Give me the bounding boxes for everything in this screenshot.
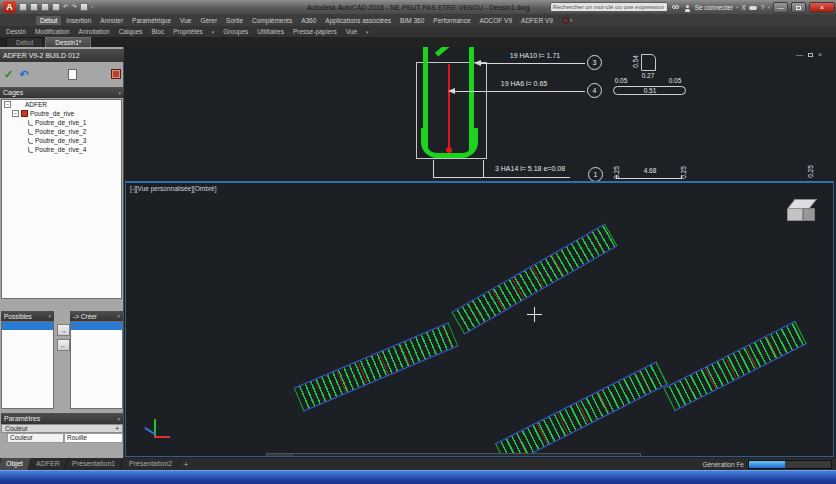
help-dropdown-icon[interactable]: ▾: [767, 4, 770, 10]
ribbon-tab-complements[interactable]: Compléments: [248, 16, 296, 25]
undo-icon[interactable]: ↶: [63, 3, 68, 11]
new-icon[interactable]: [19, 3, 27, 11]
layout-tab-adfer[interactable]: ADFER: [28, 458, 68, 470]
creer-list[interactable]: [70, 321, 123, 409]
bar-mark-bubble[interactable]: 3: [587, 55, 602, 70]
possibles-chevron-icon[interactable]: ▾: [48, 313, 51, 319]
creer-selected-row[interactable]: [71, 322, 122, 330]
windows-taskbar[interactable]: [0, 470, 836, 484]
model-space[interactable]: 19 HA10 l= 1.71 3 19 HA6 l= 0.65 4 0.54 …: [124, 47, 836, 458]
detail-close-icon[interactable]: ×: [818, 51, 822, 58]
panel-dessin[interactable]: Dessin: [6, 28, 26, 35]
detail-restore-icon[interactable]: [808, 53, 813, 57]
ribbon-tab-debut[interactable]: Début: [36, 16, 61, 25]
help-icon[interactable]: ?: [761, 4, 765, 11]
validate-check-icon[interactable]: ✓: [4, 68, 13, 81]
qat-dropdown-icon[interactable]: ▾: [91, 4, 94, 10]
add-layout-button[interactable]: +: [179, 461, 193, 468]
rebar-cage-3d[interactable]: [495, 361, 668, 457]
detail-minimize-icon[interactable]: —: [796, 51, 803, 58]
undo-arrow-icon[interactable]: ↶: [19, 68, 28, 81]
ribbon-tab-applications-associees[interactable]: Applications associées: [321, 16, 395, 25]
cages-chevron-icon[interactable]: ▾: [118, 90, 121, 96]
panel-modification[interactable]: Modification: [35, 28, 70, 35]
panel-calques[interactable]: Calques: [119, 28, 143, 35]
transfer-left-button[interactable]: ←: [57, 339, 70, 351]
sign-in-button[interactable]: Se connecter: [695, 4, 733, 11]
ribbon-tab-adfer[interactable]: ADFER V9: [517, 16, 557, 25]
bar-mark-bubble[interactable]: 4: [587, 83, 602, 98]
layout-tab-presentation2[interactable]: Présentation2: [121, 458, 180, 470]
bar-mark-bubble[interactable]: 1: [588, 167, 603, 182]
possibles-header[interactable]: Possibles ▾: [1, 311, 54, 321]
panel-proprietes[interactable]: Propriétés: [173, 28, 203, 35]
record-icon[interactable]: [562, 17, 569, 24]
parametres-chevron-icon[interactable]: ▾: [117, 416, 120, 422]
viewcube-front-face[interactable]: [787, 208, 803, 221]
ribbon-tab-bim360[interactable]: BIM 360: [396, 16, 428, 25]
vue-chevron-icon[interactable]: ▾: [366, 29, 369, 35]
ribbon-tab-parametrique[interactable]: Paramétrique: [128, 16, 175, 25]
ribbon-tab-vue[interactable]: Vue: [176, 16, 195, 25]
ribbon-tab-adcof[interactable]: ADCOF V9: [476, 16, 517, 25]
layout-tab-presentation1[interactable]: Présentation1: [65, 458, 124, 470]
file-tab-start[interactable]: Début: [6, 37, 43, 47]
ribbon-tab-a360[interactable]: A360: [297, 16, 320, 25]
sheet-icon[interactable]: [68, 69, 77, 80]
cloud-icon[interactable]: [749, 3, 758, 12]
panel-annotation[interactable]: Annotation: [79, 28, 110, 35]
transfer-right-button[interactable]: →: [57, 324, 70, 336]
command-line-dock[interactable]: × ⚙ ›_ Entrez une commande: [266, 453, 641, 457]
export-grid-icon[interactable]: [111, 69, 121, 79]
autocad-logo-icon[interactable]: A: [3, 1, 16, 13]
rebar-cage-3d[interactable]: [663, 321, 807, 411]
minimize-button[interactable]: —: [773, 2, 788, 13]
ribbon-tab-annoter[interactable]: Annoter: [96, 16, 127, 25]
viewport-3d[interactable]: [-][Vue personnalisée][Ombré] × ⚙ ›_ Ent…: [125, 181, 834, 457]
layout-tab-objet[interactable]: Objet: [0, 458, 31, 470]
root-expander-icon[interactable]: −: [4, 101, 11, 108]
category-expand-icon[interactable]: +: [115, 425, 119, 432]
viewcube[interactable]: [786, 197, 822, 229]
panel-presse-papiers[interactable]: Presse-papiers: [293, 28, 337, 35]
tree-child-row[interactable]: Poutre_de_rive_3: [2, 136, 121, 145]
property-category-row[interactable]: Couleur +: [1, 424, 123, 433]
palette-title-bar[interactable]: ADFER V9-2 BUILD 012: [0, 49, 124, 62]
open-icon[interactable]: [30, 3, 38, 11]
creer-header[interactable]: -> Créer ▾: [70, 311, 123, 321]
tree-child-row[interactable]: Poutre_de_rive_1: [2, 118, 121, 127]
redo-icon[interactable]: ↷: [71, 3, 76, 11]
creer-chevron-icon[interactable]: ▾: [117, 313, 120, 319]
infocenter-search-input[interactable]: Rechercher un mot-clé ou une expression: [550, 2, 668, 12]
exchange-apps-icon[interactable]: X: [742, 4, 746, 11]
plot-icon[interactable]: [80, 3, 88, 11]
panel-utilitaires[interactable]: Utilitaires: [257, 28, 284, 35]
rebar-cage-3d[interactable]: [294, 322, 459, 412]
possibles-list[interactable]: [1, 321, 54, 409]
command-input[interactable]: ›_ Entrez une commande: [292, 453, 641, 457]
tree-parent-row[interactable]: − Poutre_de_rive: [2, 109, 121, 118]
ribbon-tab-sortie[interactable]: Sortie: [222, 16, 247, 25]
customize-wrench-icon[interactable]: ⚙: [281, 456, 287, 458]
cages-header[interactable]: Cages ▾: [0, 87, 124, 98]
ribbon-state-dropdown-icon[interactable]: ▾: [570, 17, 573, 23]
property-value-cell[interactable]: Rouille: [64, 433, 123, 443]
save-icon[interactable]: [41, 3, 49, 11]
sign-in-dropdown-icon[interactable]: ▾: [736, 4, 739, 10]
panel-bloc[interactable]: Bloc: [152, 28, 165, 35]
print-icon[interactable]: [52, 3, 60, 11]
cages-tree[interactable]: − ADFER − Poutre_de_rive Poutre_de_rive_…: [1, 99, 122, 299]
tree-child-row[interactable]: Poutre_de_rive_4: [2, 145, 121, 154]
command-close-icon[interactable]: ×: [270, 456, 274, 457]
parent-expander-icon[interactable]: −: [12, 110, 19, 117]
ribbon-tab-performance[interactable]: Performance: [429, 16, 474, 25]
file-tab-dessin1[interactable]: Dessin1*: [45, 37, 91, 47]
close-button[interactable]: ×: [809, 2, 835, 13]
viewport-controls-label[interactable]: [-][Vue personnalisée][Ombré]: [130, 185, 216, 192]
tree-root-row[interactable]: − ADFER: [2, 100, 121, 109]
tree-child-row[interactable]: Poutre_de_rive_2: [2, 127, 121, 136]
ribbon-tab-gerer[interactable]: Gérer: [196, 16, 221, 25]
ribbon-tab-insertion[interactable]: Insertion: [62, 16, 95, 25]
proprietes-chevron-icon[interactable]: ▾: [212, 29, 215, 35]
search-binoculars-icon[interactable]: [671, 3, 680, 12]
